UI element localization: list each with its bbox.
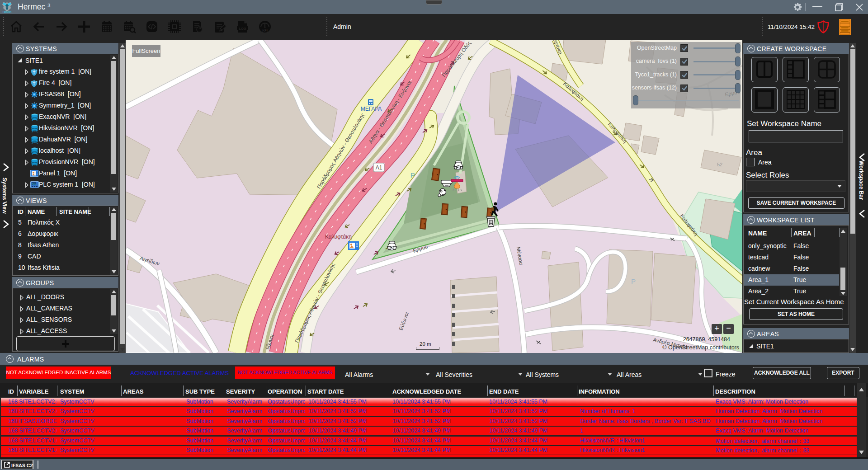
svg-text:Καλυφτάκη: Καλυφτάκη (325, 234, 352, 240)
svg-text:P: P (410, 171, 415, 179)
svg-text:HERMES: HERMES (3, 11, 12, 14)
svg-text:LOG: LOG (239, 27, 246, 31)
svg-text:PLC: PLC (32, 183, 37, 185)
svg-text:KPI: KPI (262, 29, 268, 32)
svg-text:P: P (631, 277, 636, 285)
svg-text:52: 52 (717, 162, 722, 167)
svg-text:ΜΕΓΑΡΑ: ΜΕΓΑΡΑ (361, 106, 382, 112)
svg-text:A1: A1 (376, 164, 382, 171)
